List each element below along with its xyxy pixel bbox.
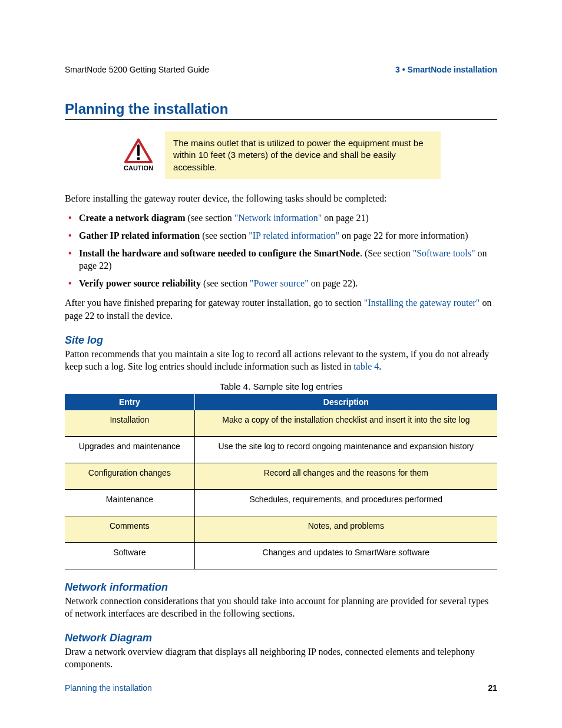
table-cell: Upgrades and maintenance xyxy=(65,436,194,463)
table-cell: Changes and updates to SmartWare softwar… xyxy=(194,542,497,569)
table-cell: Software xyxy=(65,542,194,569)
table-row: Maintenance Schedules, requirements, and… xyxy=(65,489,497,516)
task-link[interactable]: "Power source" xyxy=(250,278,309,288)
paragraph-text: . xyxy=(379,361,381,371)
netinfo-heading: Network information xyxy=(65,581,497,594)
table-header-description: Description xyxy=(194,394,497,410)
caution-text: The mains outlet that is utilized to pow… xyxy=(165,131,441,179)
task-list: Create a network diagram (see section "N… xyxy=(65,212,497,289)
table-cell: Comments xyxy=(65,516,194,542)
sitelog-paragraph: Patton recommends that you maintain a si… xyxy=(65,348,497,373)
install-router-link[interactable]: "Installing the gateway router" xyxy=(364,298,480,308)
table-row: Installation Make a copy of the installa… xyxy=(65,410,497,437)
table-header-row: Entry Description xyxy=(65,394,497,410)
sitelog-table: Entry Description Installation Make a co… xyxy=(65,394,497,569)
netinfo-paragraph: Network connection considerations that y… xyxy=(65,595,497,620)
page-footer: Planning the installation 21 xyxy=(65,683,497,693)
table-caption: Table 4. Sample site log entries xyxy=(65,381,497,391)
list-item: Install the hardware and software needed… xyxy=(65,247,497,272)
task-text: on page 21) xyxy=(322,213,369,223)
intro-paragraph: Before installing the gateway router dev… xyxy=(65,192,497,205)
footer-section-title: Planning the installation xyxy=(65,683,152,693)
table-cell: Record all changes and the reasons for t… xyxy=(194,463,497,489)
header-chapter-title: 3 • SmartNode installation xyxy=(395,65,497,74)
table4-link[interactable]: table 4 xyxy=(353,361,379,371)
table-cell: Schedules, requirements, and procedures … xyxy=(194,489,497,516)
task-bold: Install the hardware and software needed… xyxy=(79,248,360,258)
table-row: Configuration changes Record all changes… xyxy=(65,463,497,489)
list-item: Create a network diagram (see section "N… xyxy=(65,212,497,225)
task-link[interactable]: "Software tools" xyxy=(413,248,475,258)
task-bold: Verify power source reliability xyxy=(79,278,201,288)
table-cell: Installation xyxy=(65,410,194,437)
task-text: (see section xyxy=(200,230,249,241)
task-bold: Create a network diagram xyxy=(79,213,186,223)
table-cell: Make a copy of the installation checklis… xyxy=(194,410,497,437)
table-cell: Maintenance xyxy=(65,489,194,516)
list-item: Gather IP related information (see secti… xyxy=(65,229,497,242)
task-text: (see section xyxy=(186,213,234,223)
task-text: (see section xyxy=(201,278,250,288)
list-item: Verify power source reliability (see sec… xyxy=(65,277,497,290)
header-guide-title: SmartNode 5200 Getting Started Guide xyxy=(65,65,209,74)
svg-point-2 xyxy=(137,157,140,160)
caution-icon: CAUTION xyxy=(124,139,153,172)
page-header: SmartNode 5200 Getting Started Guide 3 •… xyxy=(65,65,497,74)
caution-block: CAUTION The mains outlet that is utilize… xyxy=(124,131,497,179)
page-number: 21 xyxy=(488,683,497,693)
after-tasks-paragraph: After you have finished preparing for ga… xyxy=(65,297,497,322)
table-row: Upgrades and maintenance Use the site lo… xyxy=(65,436,497,463)
task-link[interactable]: "IP related information" xyxy=(249,230,339,241)
netdiag-paragraph: Draw a network overview diagram that dis… xyxy=(65,645,497,671)
table-cell: Use the site log to record ongoing maint… xyxy=(194,436,497,463)
paragraph-text: Patton recommends that you maintain a si… xyxy=(65,349,489,372)
caution-label: CAUTION xyxy=(124,164,153,172)
page-title: Planning the installation xyxy=(65,101,497,120)
table-header-entry: Entry xyxy=(65,394,194,410)
table-cell: Notes, and problems xyxy=(194,516,497,542)
table-row: Software Changes and updates to SmartWar… xyxy=(65,542,497,569)
table-cell: Configuration changes xyxy=(65,463,194,489)
task-link[interactable]: "Network information" xyxy=(234,213,322,223)
netdiag-heading: Network Diagram xyxy=(65,632,497,644)
task-text: on page 22 for more information) xyxy=(339,230,468,241)
task-text: on page 22). xyxy=(309,278,358,288)
task-text: . (See section xyxy=(360,248,413,258)
task-bold: Gather IP related information xyxy=(79,230,200,241)
sitelog-heading: Site log xyxy=(65,334,497,347)
table-row: Comments Notes, and problems xyxy=(65,516,497,542)
paragraph-text: After you have finished preparing for ga… xyxy=(65,298,364,308)
